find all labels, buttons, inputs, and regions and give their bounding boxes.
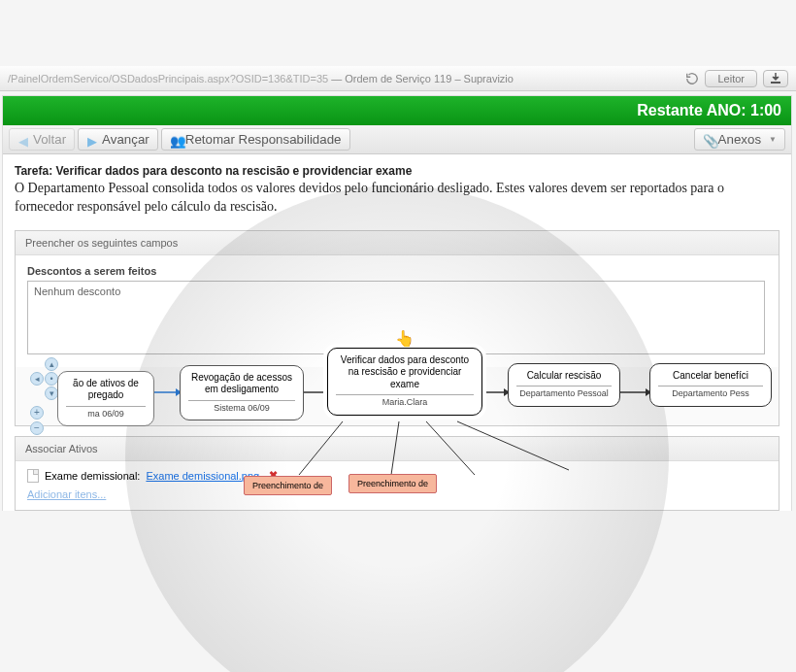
flow-node-ativos[interactable]: ão de ativos de pregado ma 06/09	[57, 371, 154, 426]
zoom-in-button[interactable]: +	[30, 406, 44, 420]
flow-subnode[interactable]: Preenchimento de	[348, 474, 437, 493]
pan-down-button[interactable]: ▾	[45, 386, 58, 400]
pan-center-button[interactable]: •	[45, 372, 58, 386]
url-title: — Ordem de Serviço 119 – Supravizio	[328, 73, 514, 84]
pan-up-button[interactable]: ▴	[45, 357, 58, 371]
retomar-label: Retomar Responsabilidade	[185, 132, 342, 147]
node-owner: Departamento Pessoal	[516, 386, 612, 399]
pan-left-button[interactable]: ◂	[30, 372, 44, 386]
node-owner: Sistema 06/09	[188, 400, 295, 414]
leitor-button[interactable]: Leitor	[705, 70, 757, 87]
svg-line-9	[299, 421, 343, 475]
flow-arrow-diag	[294, 421, 352, 483]
voltar-label: Voltar	[33, 132, 66, 147]
flow-arrow	[482, 386, 510, 400]
voltar-button[interactable]: ◀ Voltar	[9, 128, 75, 151]
task-prefix: Tarefa:	[15, 164, 52, 178]
flow-arrow	[620, 386, 651, 400]
flow-node-revogacao[interactable]: Revogação de acessos em desligamento Sis…	[180, 365, 304, 420]
flow-node-calcular[interactable]: Calcular rescisão Departamento Pessoal	[508, 363, 620, 407]
node-title: Cancelar benefíci	[658, 370, 763, 383]
flow-arrow	[154, 386, 182, 400]
task-title-line: Tarefa: Verificar dados para desconto na…	[15, 164, 779, 178]
retomar-button[interactable]: 👥 Retomar Responsabilidade	[161, 128, 350, 151]
zoom-controls: + −	[30, 406, 44, 435]
flow-node-cancelar[interactable]: Cancelar benefíci Departamento Pess	[649, 363, 772, 407]
url-display: /PainelOrdemServico/OSDadosPrincipais.as…	[8, 73, 680, 84]
task-description: O Departamento Pessoal consolida todos o…	[15, 180, 779, 217]
node-title: Revogação de acessos em desligamento	[188, 372, 295, 396]
svg-line-12	[457, 421, 569, 470]
anexos-label: Anexos	[718, 132, 761, 147]
node-title: Calcular rescisão	[516, 370, 612, 383]
node-title: Verificar dados para desconto na rescisã…	[336, 354, 474, 391]
url-path: /PainelOrdemServico/OSDadosPrincipais.as…	[8, 73, 328, 84]
remaining-banner: Restante ANO: 1:00	[3, 96, 791, 125]
svg-line-10	[391, 421, 399, 475]
flow-arrow-diag	[457, 421, 574, 483]
paperclip-icon: 📎	[703, 134, 714, 146]
download-button[interactable]	[763, 70, 788, 87]
flow-arrow	[304, 386, 329, 400]
workflow-canvas[interactable]: ▴ ▾ ◂ ▸ • + −	[3, 317, 791, 511]
avancar-button[interactable]: ▶ Avançar	[78, 128, 158, 151]
node-owner: Departamento Pess	[658, 386, 763, 399]
node-title: ão de ativos de pregado	[66, 378, 146, 402]
chevron-right-icon: ▶	[86, 134, 98, 146]
task-title: Verificar dados para desconto na rescisã…	[55, 164, 412, 178]
flow-subnode[interactable]: Preenchimento de	[244, 476, 332, 495]
node-owner: ma 06/09	[66, 406, 146, 420]
action-toolbar: ◀ Voltar ▶ Avançar 👥 Retomar Responsabil…	[3, 125, 791, 154]
reload-icon[interactable]	[685, 72, 699, 85]
avancar-label: Avançar	[102, 132, 149, 147]
svg-rect-0	[771, 82, 780, 84]
node-owner: Maria.Clara	[336, 394, 474, 408]
svg-line-11	[426, 421, 475, 475]
anexos-button[interactable]: 📎 Anexos ▼	[694, 128, 785, 151]
descontos-label: Descontos a serem feitos	[27, 265, 767, 277]
chevron-left-icon: ◀	[17, 134, 29, 146]
app-window: Restante ANO: 1:00 ◀ Voltar ▶ Avançar 👥 …	[2, 95, 792, 511]
browser-url-bar: /PainelOrdemServico/OSDadosPrincipais.as…	[0, 66, 796, 91]
pointer-hand-icon: 👆	[395, 329, 415, 349]
zoom-out-button[interactable]: −	[30, 421, 44, 435]
person-icon: 👥	[170, 134, 182, 146]
flow-node-current[interactable]: 👆 Verificar dados para desconto na resci…	[327, 348, 482, 416]
chevron-down-icon: ▼	[769, 135, 777, 144]
fields-panel-header: Preencher os seguintes campos	[16, 231, 779, 255]
